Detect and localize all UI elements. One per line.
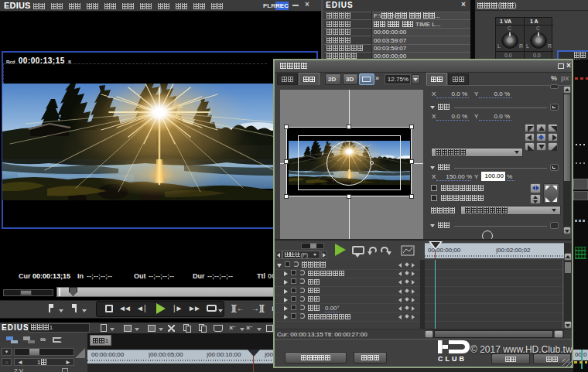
svg-text:CLUB: CLUB [438, 355, 467, 362]
